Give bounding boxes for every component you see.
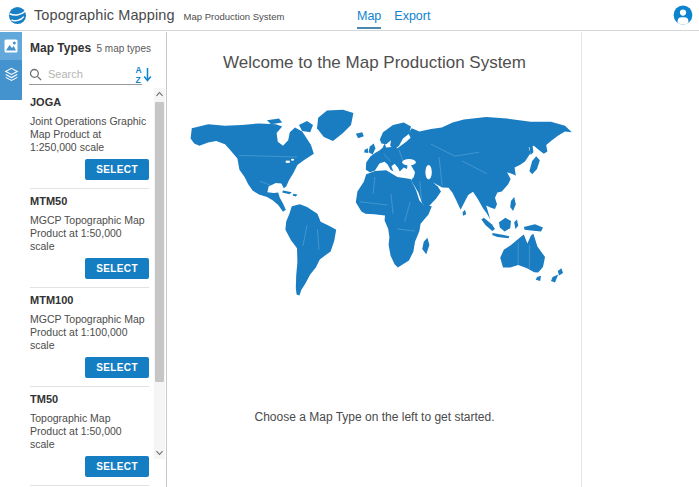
map-type-name: JOGA bbox=[30, 96, 149, 109]
chevron-up-icon[interactable] bbox=[154, 88, 165, 100]
search-icon bbox=[29, 68, 42, 81]
map-type-description: Joint Operations Graphic Map Product at … bbox=[30, 115, 149, 154]
panel-header: Map Types 5 map types bbox=[30, 41, 151, 55]
main-content: Welcome to the Map Production System bbox=[168, 32, 582, 487]
map-type-count: 5 map types bbox=[97, 43, 151, 54]
list-item: MTM100 MGCP Topographic Map Product at 1… bbox=[30, 288, 149, 387]
globe-icon bbox=[8, 6, 27, 25]
panel-title: Map Types bbox=[30, 41, 91, 55]
scrollbar-thumb[interactable] bbox=[155, 102, 164, 382]
right-panel-area bbox=[583, 32, 699, 487]
welcome-title: Welcome to the Map Production System bbox=[168, 53, 581, 73]
sidebar: Map Types 5 map types A Z JOGA Joi bbox=[0, 32, 167, 487]
app-subtitle: Map Production System bbox=[184, 11, 285, 22]
map-type-description: MGCP Topographic Map Product at 1:50,000… bbox=[30, 214, 149, 253]
search-box bbox=[29, 64, 142, 85]
rail-item-layers[interactable] bbox=[0, 60, 22, 88]
list-scrollbar[interactable] bbox=[154, 88, 165, 459]
app-header: Topographic Mapping Map Production Syste… bbox=[0, 0, 699, 31]
search-input[interactable] bbox=[48, 68, 134, 80]
list-item: MTM50 MGCP Topographic Map Product at 1:… bbox=[30, 189, 149, 288]
rail-item-map-types[interactable] bbox=[0, 32, 22, 60]
map-types-panel: Map Types 5 map types A Z JOGA Joi bbox=[22, 32, 166, 487]
sidebar-rail bbox=[0, 32, 22, 100]
tab-map[interactable]: Map bbox=[357, 3, 381, 29]
layers-icon bbox=[4, 67, 19, 82]
map-type-name: TM50 bbox=[30, 393, 149, 406]
list-item: JOGA Joint Operations Graphic Map Produc… bbox=[30, 90, 149, 189]
select-button[interactable]: SELECT bbox=[85, 159, 149, 180]
tab-export[interactable]: Export bbox=[394, 3, 430, 29]
world-map bbox=[168, 109, 581, 297]
svg-text:A: A bbox=[136, 65, 142, 75]
list-item: TM50 Topographic Map Product at 1:50,000… bbox=[30, 387, 149, 486]
user-icon[interactable] bbox=[673, 5, 693, 25]
map-type-description: Topographic Map Product at 1:50,000 scal… bbox=[30, 412, 149, 451]
map-type-list: JOGA Joint Operations Graphic Map Produc… bbox=[30, 90, 149, 487]
sort-az-icon[interactable]: A Z bbox=[135, 65, 152, 84]
map-production-app: Topographic Mapping Map Production Syste… bbox=[0, 0, 699, 487]
map-type-name: MTM50 bbox=[30, 195, 149, 208]
select-button[interactable]: SELECT bbox=[85, 357, 149, 378]
select-button[interactable]: SELECT bbox=[85, 456, 149, 477]
instruction-text: Choose a Map Type on the left to get sta… bbox=[168, 410, 581, 424]
svg-text:Z: Z bbox=[136, 75, 141, 85]
top-nav: Map Export bbox=[357, 0, 430, 31]
map-types-icon bbox=[4, 39, 18, 53]
app-title: Topographic Mapping bbox=[34, 7, 175, 23]
map-type-name: MTM100 bbox=[30, 294, 149, 307]
map-type-description: MGCP Topographic Map Product at 1:100,00… bbox=[30, 313, 149, 352]
chevron-down-icon[interactable] bbox=[154, 447, 165, 459]
select-button[interactable]: SELECT bbox=[85, 258, 149, 279]
